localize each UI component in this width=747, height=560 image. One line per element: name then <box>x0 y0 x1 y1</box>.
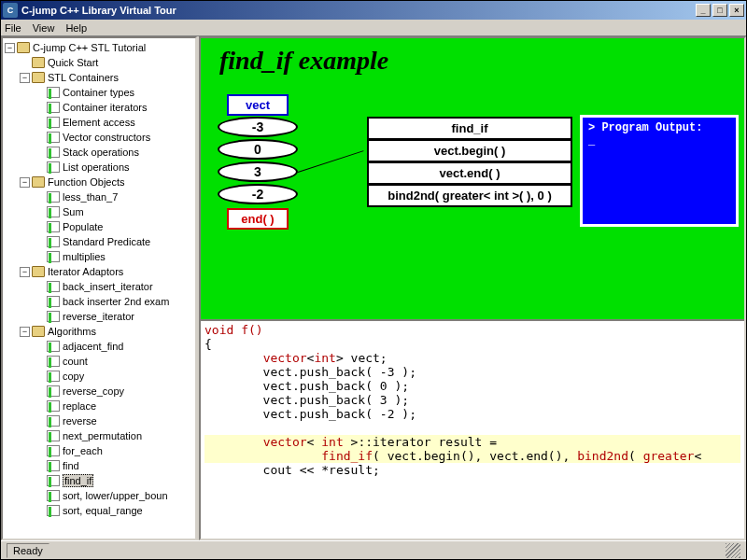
page-icon <box>47 132 60 143</box>
tree-containers-5[interactable]: List operations <box>5 160 193 175</box>
tree-label: back inserter 2nd exam <box>63 296 169 307</box>
tree-label: for_each <box>63 445 103 456</box>
tree-algos-9[interactable]: find_if <box>5 473 193 488</box>
tree-algos-5[interactable]: reverse <box>5 413 193 428</box>
tree-iteradapt-1[interactable]: back inserter 2nd exam <box>5 294 193 309</box>
tree-sidebar[interactable]: −C-jump C++ STL TutorialQuick Start−STL … <box>1 36 197 540</box>
tree-funcobj-4[interactable]: multiplies <box>5 249 193 264</box>
book-icon <box>32 326 45 337</box>
tree-containers-4[interactable]: Stack operations <box>5 145 193 160</box>
code-line: void f() <box>204 323 740 337</box>
tree-funcobj-2[interactable]: Populate <box>5 219 193 234</box>
tree-label: reverse_iterator <box>63 311 134 322</box>
tree-funcobj-1[interactable]: Sum <box>5 204 193 219</box>
expand-toggle-icon[interactable]: − <box>20 267 30 277</box>
tree-label: Quick Start <box>48 57 98 68</box>
book-icon <box>32 57 45 68</box>
tree-containers-3[interactable]: Vector constructors <box>5 130 193 145</box>
tree-iteradapt[interactable]: −Iterator Adaptors <box>5 264 193 279</box>
expand-toggle-icon[interactable]: − <box>20 177 30 188</box>
page-icon <box>47 206 60 217</box>
tree-containers-2[interactable]: Element access <box>5 115 193 130</box>
vect-item-1: 0 <box>218 139 298 160</box>
tree-algos-11[interactable]: sort, equal_range <box>5 503 193 518</box>
page-icon <box>47 161 60 173</box>
tree-label: count <box>63 356 88 367</box>
tree-algos[interactable]: −Algorithms <box>5 324 193 339</box>
tree-label: less_than_7 <box>63 191 118 203</box>
code-line: vect.push_back( -3 ); <box>204 365 740 379</box>
tree-label: Element access <box>63 117 135 128</box>
tree-iteradapt-2[interactable]: reverse_iterator <box>5 309 193 324</box>
tree-algos-1[interactable]: count <box>5 354 193 369</box>
tree-algos-10[interactable]: sort, lower/upper_boun <box>5 488 193 503</box>
tree-algos-3[interactable]: reverse_copy <box>5 384 193 399</box>
menu-file[interactable]: File <box>5 22 21 34</box>
page-icon <box>47 490 60 501</box>
tree-containers[interactable]: −STL Containers <box>5 70 193 85</box>
tree-label: back_insert_iterator <box>63 281 153 292</box>
page-icon <box>47 311 60 322</box>
tree-algos-4[interactable]: replace <box>5 399 193 413</box>
tree-root[interactable]: −C-jump C++ STL Tutorial <box>5 40 193 55</box>
page-icon <box>47 430 60 441</box>
book-icon <box>32 266 45 277</box>
code-line <box>204 421 740 435</box>
tree-label: Container types <box>63 87 134 98</box>
statusbar: Ready <box>1 540 746 559</box>
tree-label: Iterator Adaptors <box>48 266 123 277</box>
tree-label: List operations <box>63 161 130 173</box>
tree-iteradapt-0[interactable]: back_insert_iterator <box>5 279 193 294</box>
tree-label: copy <box>63 371 84 382</box>
tree-label: Sum <box>63 206 84 217</box>
page-icon <box>47 445 60 456</box>
tree-label: find <box>63 460 79 471</box>
tree-algos-2[interactable]: copy <box>5 369 193 384</box>
tree-label: Function Objects <box>48 176 125 188</box>
maximize-button[interactable]: □ <box>712 4 727 17</box>
page-icon <box>47 505 60 516</box>
tree-containers-0[interactable]: Container types <box>5 85 193 100</box>
end-label: end( ) <box>227 208 289 230</box>
tree-label: C-jump C++ STL Tutorial <box>33 42 146 53</box>
code-line: vector<int> vect; <box>204 351 740 365</box>
book-icon <box>17 42 30 53</box>
minimize-button[interactable]: _ <box>696 4 711 17</box>
close-button[interactable]: × <box>729 4 744 17</box>
tree-algos-0[interactable]: adjacent_find <box>5 339 193 354</box>
menu-help[interactable]: Help <box>65 22 87 34</box>
resize-grip-icon[interactable] <box>726 543 740 558</box>
page-icon <box>47 460 60 471</box>
call-name: find_if <box>367 117 572 140</box>
code-pane[interactable]: void f() { vector<int> vect; vect.push_b… <box>201 319 744 539</box>
tree-funcobj-0[interactable]: less_than_7 <box>5 189 193 204</box>
vect-item-3: -2 <box>218 184 298 204</box>
output-title: > Program Output: <box>588 121 730 134</box>
tree-containers-1[interactable]: Container iterators <box>5 100 193 115</box>
code-line-highlight: find_if( vect.begin(), vect.end(), bind2… <box>204 449 740 463</box>
tree-funcobj[interactable]: −Function Objects <box>5 175 193 189</box>
page-icon <box>47 356 60 367</box>
tree-algos-8[interactable]: find <box>5 458 193 473</box>
menu-view[interactable]: View <box>33 22 55 34</box>
expand-toggle-icon[interactable]: − <box>20 327 30 337</box>
page-icon <box>47 221 60 232</box>
vect-label: vect <box>227 94 289 116</box>
tree-quickstart[interactable]: Quick Start <box>5 55 193 70</box>
expand-toggle-icon[interactable]: − <box>5 43 15 53</box>
page-icon <box>47 400 60 412</box>
tree-label: Stack operations <box>63 147 139 158</box>
page-icon <box>47 415 60 427</box>
tree-label: multiplies <box>63 251 106 262</box>
page-icon <box>47 296 60 307</box>
app-icon: C <box>3 3 18 18</box>
tree-algos-6[interactable]: next_permutation <box>5 428 193 443</box>
tree-algos-7[interactable]: for_each <box>5 443 193 458</box>
page-icon <box>47 102 60 113</box>
expand-toggle-icon[interactable]: − <box>20 73 30 83</box>
vect-item-2: 3 <box>218 161 298 182</box>
menubar: File View Help <box>1 20 746 36</box>
tree-funcobj-3[interactable]: Standard Predicate <box>5 234 193 249</box>
page-icon <box>47 236 60 247</box>
tree-label: reverse_copy <box>63 385 124 397</box>
